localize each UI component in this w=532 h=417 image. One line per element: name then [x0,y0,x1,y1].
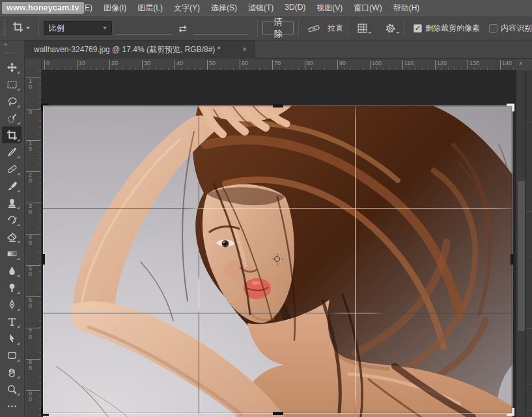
delete-cropped-pixels-label[interactable]: 删除裁剪的像素 [425,23,480,34]
flyout-triangle-icon [17,342,20,345]
brush-tool[interactable] [2,177,21,194]
scroll-up-icon[interactable]: ˄ [517,60,525,68]
straighten-label[interactable]: 拉直 [328,23,343,34]
flyout-triangle-icon [17,190,20,192]
vertical-ruler[interactable]: 1 001 02 03 04 05 06 07 08 09 0 [26,70,42,417]
photo-woman-portrait[interactable] [43,106,512,417]
zoom-tool-icon [7,384,18,395]
panel-dock-divider [526,384,532,384]
zoom-tool[interactable] [2,381,21,397]
toolbar-expand-button[interactable]: » [0,40,24,48]
horizontal-ruler[interactable]: 0102030405060708090100110120130140 [42,59,516,70]
document-area: wallhaven-324769.jpg @ 17.4% (裁剪预览, RGB/… [25,40,532,417]
ruler-h-label: 40 [175,60,183,66]
document-tab[interactable]: wallhaven-324769.jpg @ 17.4% (裁剪预览, RGB/… [25,40,255,59]
flyout-triangle-icon [17,393,20,395]
menu-layer[interactable]: 图层(L) [135,1,165,15]
straighten-icon[interactable] [307,23,320,33]
clear-button[interactable]: 清除 [262,21,294,35]
delete-cropped-pixels-checkbox[interactable]: ✓ [413,24,422,33]
workspace: » wallhaven-324769.jpg @ 17.4% (裁剪预览, RG… [0,40,532,417]
flyout-triangle-icon [17,376,20,379]
menu-help[interactable]: 帮助(H) [391,1,422,15]
content-aware-label[interactable]: 内容识别 [501,23,532,34]
menu-image[interactable]: 图像(I) [102,1,128,15]
eraser-tool[interactable] [2,228,21,245]
path-selection-tool-icon [7,333,18,344]
ruler-v-label: 9 0 [26,390,42,403]
pen-tool[interactable] [2,296,21,313]
ruler-h-label: 0 [44,60,49,66]
shape-tool-icon [7,350,18,361]
panel-dock-divider [526,211,532,212]
move-tool[interactable] [2,59,21,76]
watermark-text: www.honeycam.tv [2,2,84,14]
menu-select[interactable]: 选择(S) [209,1,239,15]
content-aware-checkbox[interactable] [489,24,497,33]
swap-dimensions-icon[interactable]: ⇄ [178,23,187,33]
menu-window[interactable]: 窗口(W) [352,1,384,15]
crop-ratio-select[interactable]: 比例 [44,21,113,35]
flyout-triangle-icon [17,139,20,141]
shape-tool[interactable] [2,347,21,364]
menu-3d[interactable]: 3D(D) [283,1,307,15]
panel-dock-divider [526,410,532,410]
crop-ratio-value: 比例 [49,23,64,34]
tool-list [0,59,24,414]
crop-tool[interactable] [2,126,21,143]
eyedropper-tool[interactable] [2,143,21,160]
clone-stamp-tool[interactable] [2,194,21,211]
flyout-triangle-icon [17,274,20,277]
menu-view[interactable]: 视图(V) [315,1,344,15]
crop-height-input[interactable] [193,22,249,35]
menu-filter[interactable]: 滤镜(T) [246,1,275,15]
ruler-h-label: 80 [305,60,313,66]
history-brush-tool-icon [7,214,18,225]
menu-items: 编辑(E)图像(I)图层(L)文字(Y)选择(S)滤镜(T)3D(D)视图(V)… [64,1,421,15]
marquee-tool[interactable] [2,76,21,93]
crop-settings-gear-icon[interactable] [385,23,396,34]
hand-tool[interactable] [2,364,21,381]
separator [404,19,405,37]
flyout-triangle-icon [17,173,20,175]
flyout-triangle-icon [17,223,20,226]
healing-brush-tool[interactable] [2,160,21,177]
tool-preset-picker[interactable] [12,22,30,35]
vertical-scrollbar[interactable] [516,70,525,417]
close-tab-icon[interactable]: × [241,45,248,54]
ruler-v-label: 8 0 [26,359,42,372]
menu-type[interactable]: 文字(Y) [172,1,202,15]
ruler-v-label: 0 [26,109,42,115]
chevron-down-icon [368,32,372,34]
flyout-triangle-icon [17,71,20,74]
chevron-down-icon [103,27,107,29]
blur-tool[interactable] [2,262,21,279]
quick-selection-tool-icon [7,113,18,124]
lasso-tool[interactable] [2,93,21,109]
pen-tool-icon [7,299,18,310]
more-tools[interactable] [2,397,21,414]
scrollbar-thumb[interactable] [518,181,525,331]
path-selection-tool[interactable] [2,330,21,347]
ruler-v-label: 2 0 [26,171,42,184]
quick-selection-tool[interactable] [2,109,21,126]
eraser-tool-icon [7,231,18,242]
panel-dock-divider [526,257,532,257]
type-tool-icon [7,316,18,327]
overlay-options-icon[interactable] [357,23,368,34]
gradient-tool[interactable] [2,245,21,262]
flyout-triangle-icon [17,122,20,124]
toolbar-grip[interactable] [5,51,20,55]
history-brush-tool[interactable] [2,211,21,228]
ruler-h-label: 10 [77,60,85,66]
ruler-h-label: 130 [468,60,479,66]
lasso-tool-icon [7,96,18,107]
separator [257,19,258,37]
options-grip[interactable] [3,20,7,36]
ruler-v-label: 3 0 [26,203,42,216]
dodge-tool[interactable] [2,279,21,296]
crop-width-input[interactable] [116,22,172,35]
type-tool[interactable] [2,313,21,330]
tools-panel: » [0,40,25,417]
flyout-triangle-icon [17,257,20,260]
